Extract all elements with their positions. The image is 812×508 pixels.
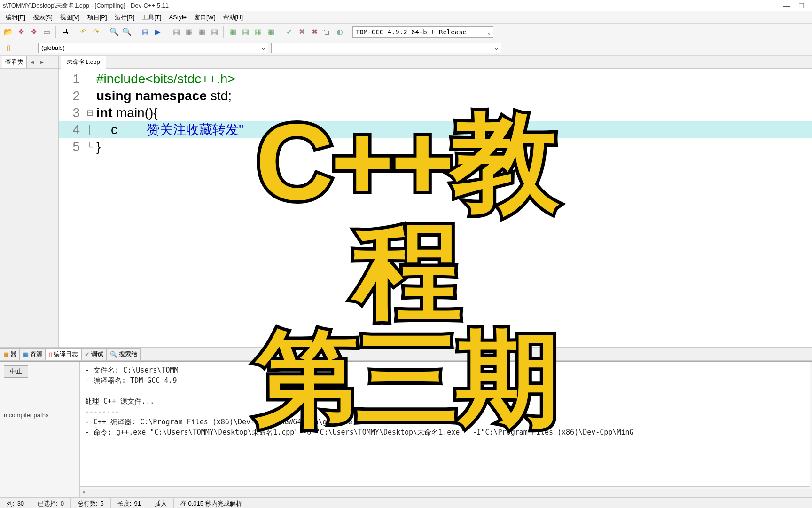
code-line: int main(){: [94, 104, 158, 121]
code-editor[interactable]: 1#include<bits/stdc++.h> 2using namespac…: [59, 69, 812, 347]
scope-select[interactable]: (globals): [38, 43, 268, 53]
status-lines: 总行数:5: [71, 498, 111, 508]
goto3-icon[interactable]: ▦: [252, 26, 264, 38]
separator: [136, 26, 136, 38]
code-line: c 赞关注收藏转发": [94, 121, 243, 138]
menu-search[interactable]: 搜索[S]: [29, 12, 56, 23]
run-icon[interactable]: ▶: [152, 26, 164, 38]
tab-debug[interactable]: ✔调试: [81, 348, 107, 360]
editor-tabs: 未命名1.cpp: [59, 56, 812, 69]
open-icon[interactable]: 📂: [3, 26, 14, 38]
separator: [74, 26, 74, 38]
trash-icon[interactable]: 🗑: [321, 26, 333, 38]
line-number: 3: [59, 104, 85, 121]
bottom-panel: 中止 n compiler paths - 文件名: C:\Users\TOMM…: [0, 361, 812, 497]
code-line: }: [94, 138, 101, 155]
separator: [280, 26, 280, 38]
menu-run[interactable]: 运行[R]: [111, 12, 139, 23]
code-line: using namespace std;: [94, 87, 232, 104]
goto-icon[interactable]: ▦: [227, 26, 238, 38]
editor-tab-file[interactable]: 未命名1.cpp: [61, 56, 106, 69]
line-number: 4: [59, 121, 85, 138]
member-select[interactable]: [271, 43, 501, 53]
stop-button[interactable]: 中止: [4, 365, 28, 378]
debug-icon[interactable]: ▦: [171, 26, 182, 38]
separator: [223, 26, 224, 38]
line-number: 1: [59, 71, 85, 87]
print-icon[interactable]: 🖶: [59, 26, 70, 38]
status-length: 长度:91: [111, 498, 148, 508]
tab-resources[interactable]: ▦资源: [20, 348, 46, 360]
redo-icon[interactable]: ↷: [90, 26, 102, 38]
scrollbar-horizontal[interactable]: [80, 489, 812, 497]
tab-compiler[interactable]: ▦器: [0, 348, 20, 360]
goto2-icon[interactable]: ▦: [240, 26, 251, 38]
separator: [349, 26, 349, 38]
x-icon[interactable]: ✖: [296, 26, 307, 38]
status-column: 列:30: [0, 498, 31, 508]
separator: [55, 26, 56, 38]
tab-search-results[interactable]: 🔍搜索结: [107, 348, 141, 360]
fold-icon[interactable]: ⊟: [85, 104, 94, 121]
goto4-icon[interactable]: ▦: [265, 26, 276, 38]
maximize-icon[interactable]: ☐: [798, 2, 804, 9]
menu-help[interactable]: 帮助[H]: [219, 12, 247, 23]
menu-edit[interactable]: 编辑[E]: [2, 12, 29, 23]
window-controls: — ☐: [783, 2, 809, 9]
undo-icon[interactable]: ↶: [78, 26, 89, 38]
status-selected: 已选择:0: [31, 498, 71, 508]
code-line: #include<bits/stdc++.h>: [94, 71, 235, 87]
workspace: 查看类 ◄ ► 未命名1.cpp 1#include<bits/stdc++.h…: [0, 56, 812, 347]
replace-icon[interactable]: 🔍: [121, 26, 133, 38]
bottom-left: 中止 n compiler paths: [0, 362, 80, 497]
tab-compile-log[interactable]: ▯编译日志: [46, 348, 81, 360]
compiler-paths-label: n compiler paths: [4, 412, 76, 419]
bookmark-icon[interactable]: ▯: [3, 42, 14, 54]
menu-window[interactable]: 窗口[W]: [190, 12, 219, 23]
toolbar-scope: ▯ (globals): [0, 40, 812, 56]
rebuild-icon[interactable]: ▦: [183, 26, 195, 38]
profile-icon[interactable]: ▦: [196, 26, 207, 38]
bottom-right: - 文件名: C:\Users\TOMM - 编译器名: TDM-GCC 4.9…: [80, 362, 812, 497]
line-number: 2: [59, 87, 85, 104]
separator: [19, 42, 19, 54]
check-icon[interactable]: ✔: [283, 26, 295, 38]
separator: [167, 26, 167, 38]
status-mode: 插入: [148, 498, 174, 508]
sidebar: 查看类 ◄ ►: [0, 56, 59, 347]
line-number: 5: [59, 138, 85, 155]
save-icon[interactable]: ❖: [16, 26, 27, 38]
compile-icon[interactable]: ▦: [140, 26, 151, 38]
clean-icon[interactable]: ▦: [209, 26, 220, 38]
sidebar-tab-class[interactable]: 查看类: [2, 56, 27, 68]
compiler-select[interactable]: TDM-GCC 4.9.2 64-bit Release: [352, 26, 493, 38]
nav-right-icon[interactable]: ►: [38, 58, 47, 66]
find-icon[interactable]: 🔍: [109, 26, 120, 38]
menu-astyle[interactable]: AStyle: [165, 12, 190, 22]
nav-left-icon[interactable]: ◄: [28, 58, 37, 66]
saveall-icon[interactable]: ❖: [28, 26, 39, 38]
toolbar-main: 📂 ❖ ❖ ▭ 🖶 ↶ ↷ 🔍 🔍 ▦ ▶ ▦ ▦ ▦ ▦ ▦ ▦ ▦ ▦ ✔ …: [0, 24, 812, 40]
status-parse: 在 0.015 秒内完成解析: [174, 498, 812, 508]
help-icon[interactable]: ◐: [334, 26, 345, 38]
bottom-tabs: ▦器 ▦资源 ▯编译日志 ✔调试 🔍搜索结: [0, 348, 812, 361]
compile-log[interactable]: - 文件名: C:\Users\TOMM - 编译器名: TDM-GCC 4.9…: [80, 362, 810, 487]
bug-icon[interactable]: ✖: [309, 26, 320, 38]
menu-project[interactable]: 项目[P]: [84, 12, 111, 23]
sidebar-tabs: 查看类 ◄ ►: [0, 56, 58, 69]
title-text: s\TOMMY\Desktop\未命名1.cpp - [Compiling] -…: [3, 1, 169, 10]
menubar: 编辑[E] 搜索[S] 视图[V] 项目[P] 运行[R] 工具[T] ASty…: [0, 11, 812, 24]
close-icon[interactable]: ▭: [41, 26, 52, 38]
editor-area: 未命名1.cpp 1#include<bits/stdc++.h> 2using…: [59, 56, 812, 347]
menu-tools[interactable]: 工具[T]: [138, 12, 165, 23]
menu-view[interactable]: 视图[V]: [56, 12, 84, 23]
titlebar: s\TOMMY\Desktop\未命名1.cpp - [Compiling] -…: [0, 0, 812, 11]
separator: [105, 26, 105, 38]
statusbar: 列:30 已选择:0 总行数:5 长度:91 插入 在 0.015 秒内完成解析: [0, 497, 812, 508]
minimize-icon[interactable]: —: [783, 2, 790, 9]
